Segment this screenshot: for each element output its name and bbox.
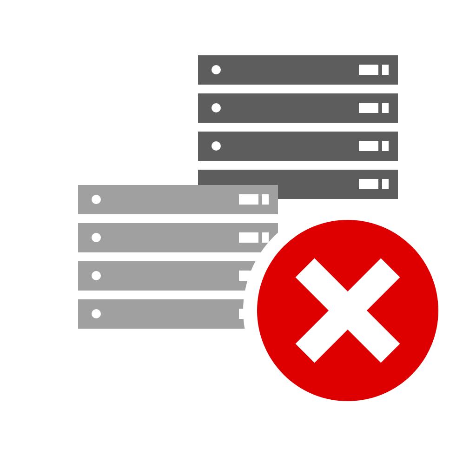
server-back-icon	[198, 55, 398, 199]
svg-rect-13	[359, 179, 378, 189]
svg-rect-10	[359, 141, 378, 151]
svg-rect-7	[382, 103, 389, 113]
svg-rect-23	[262, 232, 269, 243]
svg-point-29	[92, 309, 101, 318]
svg-point-5	[212, 103, 221, 112]
svg-rect-14	[382, 179, 389, 189]
svg-point-25	[92, 271, 101, 280]
svg-rect-6	[359, 103, 378, 113]
svg-rect-22	[239, 232, 258, 243]
svg-rect-11	[382, 141, 389, 151]
svg-rect-15	[198, 170, 279, 185]
svg-point-1	[212, 65, 221, 74]
svg-rect-3	[382, 65, 389, 75]
svg-rect-19	[262, 194, 269, 205]
error-badge-icon	[257, 220, 438, 401]
svg-rect-2	[359, 65, 378, 75]
svg-point-21	[92, 233, 101, 242]
svg-point-17	[92, 195, 101, 204]
svg-rect-18	[239, 194, 258, 205]
server-error-icon	[0, 0, 476, 476]
svg-point-9	[212, 141, 221, 151]
